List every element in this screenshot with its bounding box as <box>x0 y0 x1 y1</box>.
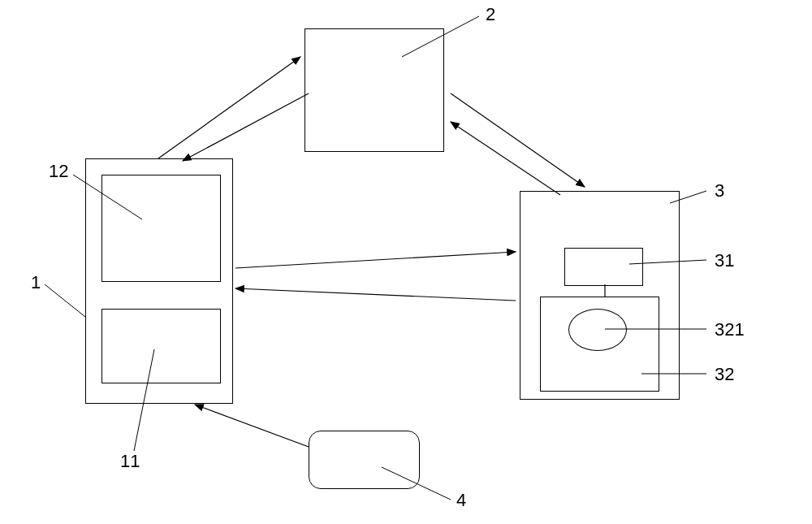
diagram-container: 2 12 1 11 3 31 321 32 4 <box>0 0 812 524</box>
label-3: 3 <box>715 180 724 201</box>
label-321: 321 <box>715 319 745 340</box>
shape-321 <box>568 309 627 351</box>
svg-line-3 <box>451 93 585 187</box>
svg-line-6 <box>235 288 516 301</box>
svg-line-7 <box>195 405 309 447</box>
svg-line-10 <box>45 284 85 317</box>
block-31 <box>564 248 643 286</box>
svg-line-4 <box>451 122 560 195</box>
block-12 <box>102 175 221 282</box>
label-32: 32 <box>715 364 734 385</box>
label-4: 4 <box>456 490 466 511</box>
svg-line-1 <box>158 57 300 158</box>
svg-line-5 <box>235 252 516 268</box>
block-4 <box>309 431 420 489</box>
label-1: 1 <box>31 272 41 293</box>
label-12: 12 <box>49 161 68 182</box>
block-2 <box>304 28 444 152</box>
label-2: 2 <box>486 4 495 25</box>
svg-line-2 <box>183 93 309 161</box>
label-11: 11 <box>120 451 140 472</box>
label-31: 31 <box>715 250 734 271</box>
block-11 <box>102 309 221 383</box>
